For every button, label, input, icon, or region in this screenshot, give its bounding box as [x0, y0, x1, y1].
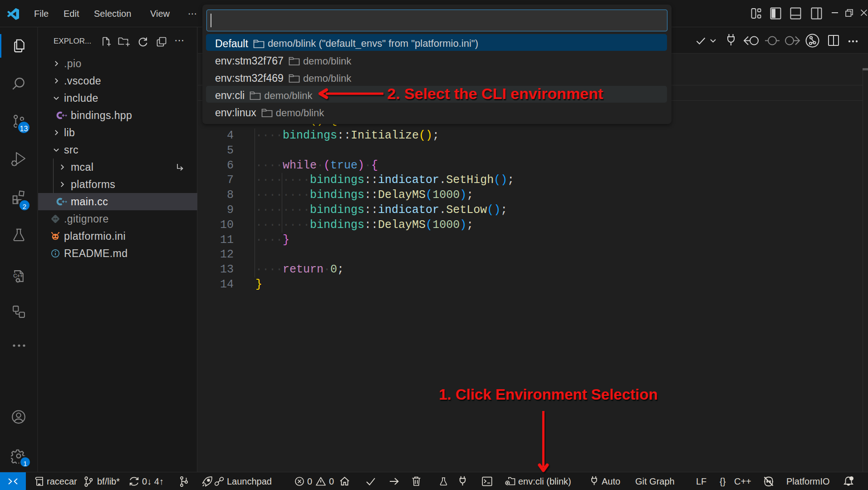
svg-text:C++: C++	[13, 273, 23, 278]
